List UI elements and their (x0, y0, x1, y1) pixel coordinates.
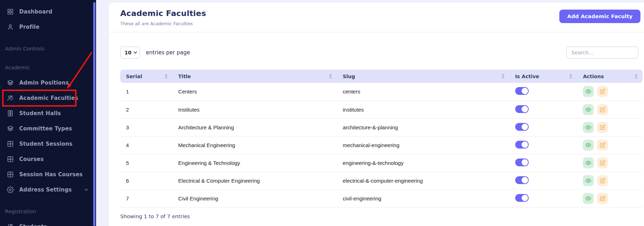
edit-pencil-icon (600, 88, 606, 95)
cell-title: Architecture & Planning (173, 118, 337, 136)
layers-icon (7, 125, 14, 132)
table-icon (7, 140, 14, 147)
sidebar-item-student-halls[interactable]: Student Halls (0, 106, 96, 121)
page-subtitle: These all are Academic Faculties (120, 21, 206, 26)
add-academic-faculty-button[interactable]: Add Academic Faculty (559, 10, 640, 23)
cell-title: Mechanical Engineering (173, 136, 337, 154)
cell-title: Electrical & Computer Engineering (173, 172, 337, 189)
view-button[interactable] (583, 86, 594, 97)
sidebar-item-admin-positions[interactable]: Admin Positions (0, 75, 96, 90)
column-header-label: Serial (126, 74, 142, 79)
cell-is-active (510, 154, 577, 172)
sidebar-item-students[interactable]: Students (0, 219, 96, 226)
is-active-toggle[interactable] (515, 194, 529, 202)
table-footer-status: Showing 1 to 7 of 7 entries (120, 214, 643, 219)
cell-serial: 6 (120, 172, 173, 189)
edit-pencil-icon (600, 178, 606, 184)
edit-button[interactable] (597, 175, 608, 186)
eye-icon (585, 178, 591, 184)
sidebar-item-academic-faculties[interactable]: Academic Faculties (0, 90, 96, 106)
cell-actions (577, 83, 643, 101)
is-active-toggle[interactable] (515, 158, 529, 166)
cell-actions (577, 154, 643, 172)
is-active-toggle[interactable] (515, 176, 529, 184)
entries-per-page-select[interactable]: 10 (120, 47, 140, 59)
cell-actions (577, 118, 643, 136)
chevron-down-icon (84, 187, 89, 192)
edit-pencil-icon (600, 160, 606, 166)
search-input[interactable] (566, 47, 638, 59)
view-button[interactable] (583, 193, 594, 204)
view-button[interactable] (583, 175, 594, 186)
sort-icon[interactable] (165, 74, 168, 79)
sidebar: Dashboard Profile Admin ControlsAcademic… (0, 0, 96, 226)
cell-serial: 1 (120, 83, 173, 101)
view-button[interactable] (583, 140, 594, 151)
users-icon (7, 223, 14, 226)
view-button[interactable] (583, 104, 594, 115)
is-active-toggle[interactable] (515, 105, 529, 113)
cell-is-active (510, 83, 577, 101)
cell-title: Institutes (173, 101, 337, 118)
cell-actions (577, 136, 643, 154)
table-row: 7 Civil Engineering civil-engineering (120, 189, 643, 207)
is-active-toggle[interactable] (515, 123, 529, 131)
sidebar-item-courses[interactable]: Courses (0, 151, 96, 167)
entries-per-page-select-wrap: 10 (120, 47, 140, 59)
eye-icon (585, 195, 591, 201)
table-icon (7, 156, 14, 163)
sort-icon[interactable] (329, 74, 332, 79)
cell-actions (577, 189, 643, 207)
view-button[interactable] (583, 157, 594, 168)
table-controls: 10 entries per page (120, 47, 643, 59)
eye-icon (585, 88, 591, 95)
cell-serial: 5 (120, 154, 173, 172)
cell-slug: institutes (337, 101, 509, 118)
card-header: Academic Faculties These all are Academi… (109, 2, 644, 32)
sidebar-item-student-sessions[interactable]: Student Sessions (0, 136, 96, 151)
edit-button[interactable] (597, 193, 608, 204)
edit-button[interactable] (597, 86, 608, 97)
gear-icon (7, 186, 14, 193)
sidebar-item-dashboard[interactable]: Dashboard (0, 4, 96, 19)
cell-serial: 3 (120, 118, 173, 136)
is-active-toggle[interactable] (515, 87, 529, 95)
is-active-toggle[interactable] (515, 141, 529, 149)
cell-is-active (510, 101, 577, 118)
table-row: 2 Institutes institutes (120, 101, 643, 118)
column-header-slug: Slug (337, 70, 509, 83)
column-header-is-active: Is Active (510, 70, 577, 83)
edit-button[interactable] (597, 140, 608, 151)
table-icon (7, 171, 14, 178)
sidebar-scrollbar[interactable] (93, 2, 95, 226)
cell-is-active (510, 189, 577, 207)
sidebar-section-admin-controls: Admin Controls (0, 41, 96, 56)
cell-serial: 2 (120, 101, 173, 118)
page-heading: Academic Faculties These all are Academi… (120, 8, 206, 26)
sidebar-item-profile[interactable]: Profile (0, 19, 96, 34)
eye-icon (585, 107, 591, 113)
table-row: 5 Engineering & Technology engineering-&… (120, 154, 643, 172)
sidebar-item-address-settings[interactable]: Address Settings (0, 182, 96, 197)
edit-button[interactable] (597, 104, 608, 115)
cell-serial: 4 (120, 136, 173, 154)
eye-icon (585, 160, 591, 166)
column-header-label: Is Active (515, 74, 539, 79)
cell-serial: 7 (120, 189, 173, 207)
edit-button[interactable] (597, 122, 608, 133)
table-row: 6 Electrical & Computer Engineering elec… (120, 172, 643, 189)
cell-slug: civil-engineering (337, 189, 509, 207)
sort-icon[interactable] (635, 74, 638, 79)
cell-is-active (510, 118, 577, 136)
sidebar-item-committee-types[interactable]: Committee Types (0, 121, 96, 136)
cell-title: Centers (173, 83, 337, 101)
faculties-table: Serial Title Slug Is Active Actions 1 Ce… (120, 70, 643, 219)
sidebar-item-session-has-courses[interactable]: Session Has Courses (0, 167, 96, 182)
sort-icon[interactable] (569, 74, 572, 79)
column-header-label: Title (178, 74, 191, 79)
edit-button[interactable] (597, 157, 608, 168)
sort-icon[interactable] (502, 74, 505, 79)
edit-pencil-icon (600, 195, 606, 201)
sidebar-section-academic: Academic (0, 60, 96, 75)
view-button[interactable] (583, 122, 594, 133)
